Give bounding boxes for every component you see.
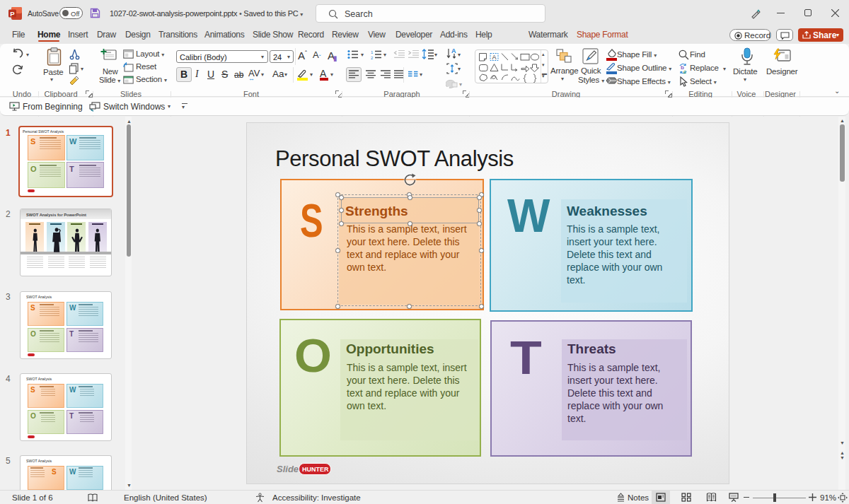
svg-text:A: A bbox=[451, 48, 456, 54]
svg-text:2: 2 bbox=[371, 56, 374, 59]
svg-text:A: A bbox=[492, 54, 497, 61]
svg-text:P: P bbox=[10, 10, 15, 18]
svg-text:1: 1 bbox=[371, 50, 374, 54]
svg-text:c: c bbox=[683, 69, 686, 74]
